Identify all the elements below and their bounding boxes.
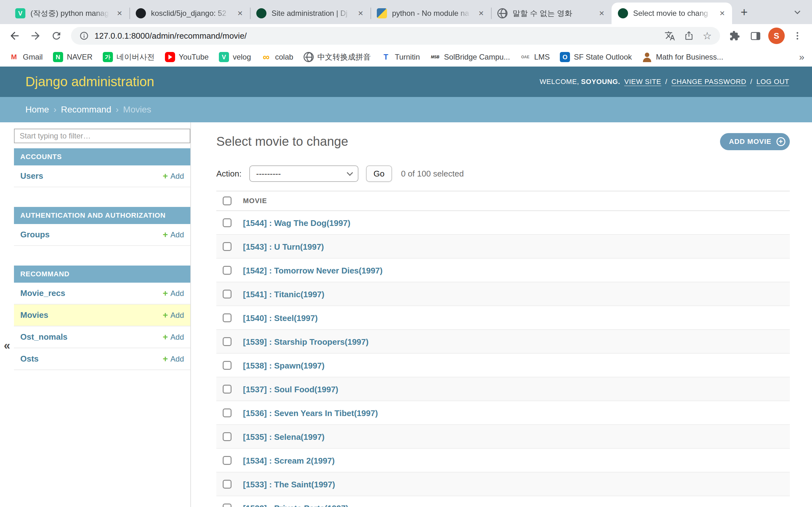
row-checkbox[interactable] <box>223 456 232 465</box>
select-all-checkbox[interactable] <box>223 196 232 205</box>
movie-link[interactable]: [1535] : Selena(1997) <box>243 432 324 442</box>
view-site-link[interactable]: VIEW SITE <box>624 78 661 86</box>
movie-link[interactable]: [1537] : Soul Food(1997) <box>243 385 339 394</box>
row-checkbox[interactable] <box>223 432 232 441</box>
movie-link[interactable]: [1541] : Titanic(1997) <box>243 290 324 299</box>
sidebar-model-link[interactable]: Users <box>20 171 43 181</box>
action-select[interactable]: --------- <box>249 165 358 182</box>
tab-close-icon[interactable]: × <box>235 8 246 19</box>
bookmark-item[interactable]: LMS <box>520 52 550 62</box>
tab-close-icon[interactable]: × <box>355 8 366 19</box>
bookmark-item[interactable]: colab <box>261 52 293 62</box>
row-checkbox[interactable] <box>223 314 232 322</box>
movie-link[interactable]: [1543] : U Turn(1997) <box>243 242 324 251</box>
row-checkbox[interactable] <box>223 218 232 227</box>
row-checkbox[interactable] <box>223 290 232 298</box>
sidebar-model-link[interactable]: Groups <box>20 230 49 239</box>
menu-icon[interactable] <box>788 26 807 45</box>
tab-close-icon[interactable]: × <box>114 8 125 19</box>
row-checkbox[interactable] <box>223 480 232 489</box>
tab-close-icon[interactable]: × <box>596 8 607 19</box>
bookmark-item[interactable]: SolBridge Campu... <box>430 52 510 62</box>
sidebar-model-link[interactable]: Movie_recs <box>20 288 65 298</box>
row-checkbox[interactable] <box>223 242 232 251</box>
bookmarks-overflow-chevron[interactable]: » <box>799 52 804 62</box>
side-panel-icon[interactable] <box>746 26 765 45</box>
sidebar-add-link[interactable]: + Add <box>163 354 184 363</box>
address-bar[interactable]: 127.0.0.1:8000/admin/recommand/movie/ ☆ <box>71 27 720 45</box>
tab-close-icon[interactable]: × <box>717 8 728 19</box>
sidebar-model-link[interactable]: Movies <box>20 310 48 320</box>
sidebar-module-caption[interactable]: ACCOUNTS <box>14 148 190 165</box>
movie-link[interactable]: [1539] : Starship Troopers(1997) <box>243 337 368 347</box>
movie-link[interactable]: [1544] : Wag The Dog(1997) <box>243 218 351 228</box>
movie-link[interactable]: [1533] : The Saint(1997) <box>243 480 335 489</box>
row-checkbox[interactable] <box>223 408 232 417</box>
browser-tab[interactable]: Select movie to chang × <box>612 3 732 24</box>
bookmark-label: Math for Business... <box>656 53 723 61</box>
tab-favicon-icon <box>15 8 26 18</box>
movie-link[interactable]: [1542] : Tomorrow Never Dies(1997) <box>243 266 383 275</box>
bookmark-item[interactable]: NAVER <box>53 52 93 62</box>
tab-close-icon[interactable]: × <box>476 8 487 19</box>
bookmark-item[interactable]: SF State Outlook <box>560 52 632 62</box>
bookmark-star-icon[interactable]: ☆ <box>703 31 712 41</box>
bookmark-item[interactable]: velog <box>219 52 251 62</box>
browser-tab[interactable]: 말할 수 없는 영화 × <box>491 3 612 24</box>
movie-link[interactable]: [1534] : Scream 2(1997) <box>243 456 335 465</box>
bookmark-item[interactable]: Math for Business... <box>642 52 723 62</box>
movie-column-header[interactable]: MOVIE <box>238 191 790 211</box>
site-name[interactable]: Django administration <box>26 74 154 89</box>
add-movie-button[interactable]: ADD MOVIE + <box>720 133 790 150</box>
browser-tab[interactable]: Site administration | Dj × <box>250 3 370 24</box>
browser-tab[interactable]: kosclid/5jo_django: 52 × <box>130 3 250 24</box>
movie-link[interactable]: [1532] : Private Parts(1997) <box>243 504 348 507</box>
sidebar-add-link[interactable]: + Add <box>163 289 184 298</box>
site-info-icon[interactable] <box>79 31 89 41</box>
tab-search-chevron-icon[interactable] <box>789 4 806 20</box>
bookmark-item[interactable]: Turnitin <box>381 52 420 62</box>
browser-tab[interactable]: (작성중) python manag × <box>9 3 130 24</box>
sidebar-module-caption[interactable]: AUTHENTICATION AND AUTHORIZATION <box>14 207 190 224</box>
breadcrumb-home-link[interactable]: Home <box>26 105 49 115</box>
change-password-link[interactable]: CHANGE PASSWORD <box>671 78 746 86</box>
translate-icon[interactable] <box>664 31 675 41</box>
table-row: [1535] : Selena(1997) <box>216 425 790 448</box>
row-checkbox[interactable] <box>223 504 232 507</box>
sidebar-add-link[interactable]: + Add <box>163 230 184 239</box>
back-button[interactable] <box>5 26 24 45</box>
bookmark-item[interactable]: Gmail <box>9 52 43 62</box>
profile-avatar[interactable]: S <box>768 27 785 44</box>
bookmark-favicon-icon <box>165 52 175 62</box>
movie-link[interactable]: [1540] : Steel(1997) <box>243 314 318 323</box>
sidebar-collapse-toggle[interactable]: « <box>4 339 10 352</box>
bookmark-label: SolBridge Campu... <box>444 53 510 61</box>
forward-button[interactable] <box>26 26 45 45</box>
row-checkbox[interactable] <box>223 361 232 370</box>
movie-link[interactable]: [1536] : Seven Years In Tibet(1997) <box>243 408 378 418</box>
sidebar-filter-input[interactable] <box>14 129 190 143</box>
reload-button[interactable] <box>47 26 66 45</box>
share-icon[interactable] <box>683 31 694 41</box>
bookmark-item[interactable]: YouTube <box>165 52 209 62</box>
go-button[interactable]: Go <box>366 165 392 182</box>
sidebar-model-link[interactable]: Ost_nomals <box>20 332 67 342</box>
browser-tab[interactable]: python - No module na × <box>370 3 491 24</box>
new-tab-button[interactable]: + <box>736 4 752 20</box>
sidebar-add-link[interactable]: + Add <box>163 311 184 320</box>
url-text[interactable]: 127.0.0.1:8000/admin/recommand/movie/ <box>95 31 659 41</box>
row-checkbox[interactable] <box>223 385 232 394</box>
sidebar-model-link[interactable]: Osts <box>20 354 39 364</box>
bookmark-item[interactable]: 中文转换成拼音 <box>304 52 371 62</box>
sidebar-add-link[interactable]: + Add <box>163 172 184 181</box>
extensions-icon[interactable] <box>725 26 744 45</box>
sidebar-module-caption[interactable]: RECOMMAND <box>14 266 190 283</box>
breadcrumb-recommand-link[interactable]: Recommand <box>61 105 111 115</box>
movie-link[interactable]: [1538] : Spawn(1997) <box>243 361 324 371</box>
row-checkbox[interactable] <box>223 266 232 275</box>
row-checkbox[interactable] <box>223 337 232 346</box>
results-table: MOVIE [1544] : Wag The Dog(1997) [1543] … <box>216 191 790 507</box>
bookmark-item[interactable]: 네이버사전 <box>103 52 155 62</box>
sidebar-add-link[interactable]: + Add <box>163 333 184 342</box>
logout-link[interactable]: LOG OUT <box>757 78 789 86</box>
